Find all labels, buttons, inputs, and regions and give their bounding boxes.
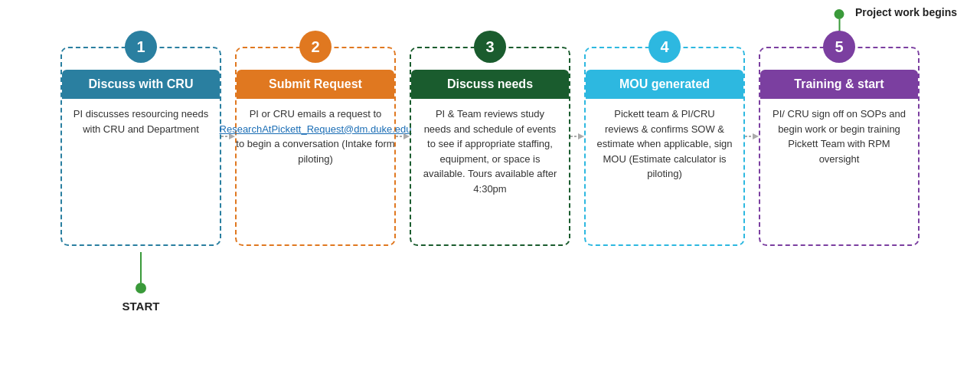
step-2-title: Submit Request [237,70,394,99]
start-label: START [122,300,160,313]
step-5-number: 5 [823,31,855,63]
step-3-wrapper: 3 Discuss needs PI & Team reviews study … [410,31,570,246]
step-4-wrapper: 4 MOU generated Pickett team & PI/CRU re… [584,31,745,246]
step-2-wrapper: 2 Submit Request PI or CRU emails a requ… [235,31,396,246]
step-1-number: 1 [125,31,157,63]
step-2-number: 2 [299,31,332,63]
step-3-title: Discuss needs [411,70,569,99]
step-5-title: Training & start [760,70,918,99]
svg-marker-7 [753,133,759,139]
start-area: START [122,252,160,313]
step-1-wrapper: 1 Discuss with CRU PI discusses resourci… [60,31,221,313]
arrow-3-4 [570,130,584,143]
project-dot-circle [835,9,844,19]
arrow-4-5 [745,130,759,143]
step-2-box: Submit Request PI or CRU emails a reques… [235,47,396,246]
project-begins-label: Project work begins [855,6,957,18]
step-4-body: Pickett team & PI/CRU reviews & confirms… [593,99,736,182]
project-begins-dot [835,9,844,33]
step-1-title: Discuss with CRU [62,70,220,99]
step-4-box: MOU generated Pickett team & PI/CRU revi… [584,47,745,246]
main-container: Project work begins 1 Discuss with CRU P… [0,0,980,390]
step-5-body: PI/ CRU sign off on SOPs and begin work … [768,99,910,166]
start-dot [136,283,146,293]
step-2-email-link[interactable]: ResearchAtPickett_Request@dm.duke.edu [220,123,412,135]
start-line [140,252,142,283]
svg-marker-3 [403,133,410,139]
step-4-title: MOU generated [586,70,743,99]
steps-row: 1 Discuss with CRU PI discusses resourci… [15,31,965,313]
step-1-body: PI discusses resourcing needs with CRU a… [70,99,212,136]
arrow-2-3 [396,130,410,143]
step-5-box: Training & start PI/ CRU sign off on SOP… [759,47,920,246]
svg-marker-5 [578,133,584,139]
step-3-body: PI & Team reviews study needs and schedu… [419,99,561,196]
step-5-wrapper: 5 Training & start PI/ CRU sign off on S… [759,31,920,246]
step-4-number: 4 [648,31,681,63]
step-2-body: PI or CRU emails a request to ResearchAt… [217,99,415,166]
step-3-number: 3 [474,31,506,63]
step-3-box: Discuss needs PI & Team reviews study ne… [410,47,570,246]
step-1-box: Discuss with CRU PI discusses resourcing… [60,47,221,246]
